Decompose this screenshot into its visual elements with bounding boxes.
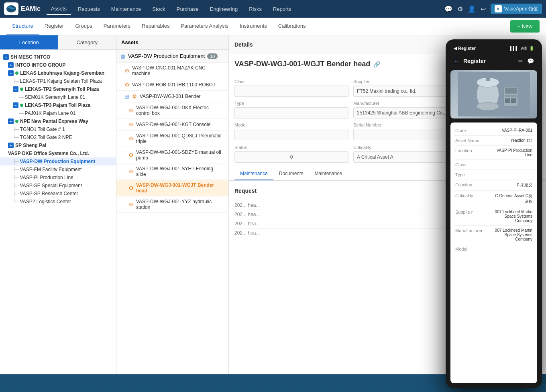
tree-item-lekas[interactable]: − LEKAS Lebuhraya Kajang-Seremban	[0, 69, 116, 77]
mobile-image-inner	[450, 70, 537, 118]
tab-repairables[interactable]: Repairables	[136, 18, 175, 35]
connector: ├─	[13, 167, 19, 172]
connector: ├─	[13, 159, 19, 164]
nav-requests[interactable]: Requests	[73, 4, 105, 14]
asset-group-header[interactable]: ▤ VASP-DW Production Equipment 10	[116, 50, 228, 63]
tree-item-vasp2[interactable]: └─ VASP2 Logistics Center	[0, 198, 116, 206]
mobile-back-btn[interactable]: ◀ Register	[454, 46, 476, 51]
sub-tab-documents[interactable]: Documents	[273, 167, 309, 180]
asset-title-text: VASP-DW-WGJ-001-WGJT Bender head	[234, 60, 370, 68]
asset-row-syht[interactable]: ⚙ VASP-DW-WGJ-001-SYHT Feeding slide	[116, 163, 228, 180]
request-title: Request	[234, 188, 257, 194]
sub-tab-maintenance[interactable]: Maintenance	[234, 167, 273, 180]
asset-row-yyz[interactable]: ⚙ VASP-DW-WGJ-001-YYZ hydraulic station	[116, 196, 228, 213]
asset-row-sdzyb[interactable]: ⚙ VASP-DW-WGJ-001-SDZYB manual oil pump	[116, 147, 228, 163]
asset-name: VASP-DW-WGJ-001-KGT Console	[136, 122, 210, 127]
tab-parameters-analysis[interactable]: Parameters Analysis	[175, 18, 234, 35]
model-value	[234, 129, 348, 140]
status-dot	[15, 120, 18, 123]
connector: ├─	[13, 183, 19, 188]
tab-instruments[interactable]: Instruments	[234, 18, 273, 35]
tree-item-vasp-fm[interactable]: ├─ VASP-FM Facility Equipment	[0, 165, 116, 174]
asset-row-rob[interactable]: ⚙ VASP-DW-ROB-001 IRB 1100 ROBOT	[116, 79, 228, 91]
gear-icon: ⚙	[132, 93, 137, 100]
expand-icon: −	[3, 54, 9, 60]
tree-item-tgno2[interactable]: └─ TGNO2 Toll Gate 2 NPE	[0, 133, 116, 141]
mobile-class-label: Class	[455, 162, 494, 167]
nav-stock[interactable]: Stock	[147, 4, 170, 14]
mobile-edit-icon[interactable]: ✏	[518, 58, 523, 64]
connector: ├─	[13, 191, 19, 196]
gear-icon: ⚙	[128, 168, 134, 175]
mobile-class-row: Class	[454, 160, 534, 170]
nav-purchase[interactable]: Purchase	[172, 4, 204, 14]
tree-item-tgno1[interactable]: ├─ TGNO1 Toll Gate # 1	[0, 125, 116, 133]
asset-row-wgjt[interactable]: ⚙ VASP-DW-WGJ-001-WGJT Bender head	[116, 180, 228, 196]
model-field: Model	[234, 122, 348, 140]
tab-groups[interactable]: Groups	[69, 18, 98, 35]
model-label: Model	[234, 122, 348, 127]
mobile-chat-icon[interactable]: 💬	[527, 58, 534, 64]
connector: └─	[18, 111, 24, 116]
asset-row-cnc[interactable]: ⚙ VASP-DW-CNC-001 MAZAK CNC machine	[116, 63, 228, 79]
tab-structure[interactable]: Structure	[6, 18, 39, 35]
tree-item-vasp-sp[interactable]: ├─ VASP-SP Research Center	[0, 190, 116, 198]
nav-maintenance[interactable]: Maintenance	[106, 4, 146, 14]
asset-list: ▤ VASP-DW Production Equipment 10 ⚙ VASP…	[116, 50, 228, 374]
top-navigation: EAMic Assets Requests Maintenance Stock …	[0, 0, 546, 18]
mobile-code-label: Code	[455, 128, 494, 133]
tree-item-tp1[interactable]: ├─ LEKAS-TP1 Kajang Selatan Toll Plaza	[0, 77, 116, 85]
tree-item-sem01k[interactable]: └─ SEM01K Semenyih Lane 01	[0, 93, 116, 101]
mobile-supplier-row: Supplie r 007 Lockheed Martin Space Syst…	[454, 207, 534, 226]
new-button[interactable]: + New	[510, 20, 540, 33]
external-link-icon[interactable]: 🔗	[373, 61, 380, 67]
svg-rect-14	[486, 76, 490, 81]
tree-item-sp[interactable]: + SP Sheng Pai	[0, 141, 116, 149]
nav-risks[interactable]: Risks	[244, 4, 267, 14]
tree-item-npe[interactable]: − NPE New Pantai Express Way	[0, 117, 116, 125]
tree-item-vasp-pi[interactable]: ├─ VASP-PI Production Line	[0, 174, 116, 182]
mobile-type-row: Type	[454, 170, 534, 180]
nav-reports[interactable]: Reports	[268, 4, 296, 14]
chat-icon[interactable]: 💬	[444, 5, 452, 13]
mobile-function-value: 0 未定义	[494, 182, 532, 188]
logout-icon[interactable]: ↩	[481, 5, 486, 13]
nav-assets[interactable]: Assets	[46, 3, 71, 15]
user-icon[interactable]: 👤	[468, 5, 476, 13]
asset-row-kgt[interactable]: ⚙ VASP-DW-WGJ-001-KGT Console	[116, 119, 228, 131]
tree-label: NPE New Pantai Express Way	[20, 118, 88, 124]
asset-row-wgj[interactable]: ▤ ⚙ VASP-DW-WGJ-001 Bender	[116, 91, 228, 102]
asset-name: VASP-DW-WGJ-001 Bender	[140, 94, 201, 99]
tab-register[interactable]: Register	[39, 18, 69, 35]
mobile-class-value	[494, 162, 532, 167]
tree-item-intco[interactable]: + INTCO INTCO GROUP	[0, 61, 116, 69]
mobile-asset-name-value: reaction still	[494, 138, 532, 143]
tab-parameters[interactable]: Parameters	[98, 18, 136, 35]
details-title: Details	[234, 41, 253, 48]
type-value	[234, 107, 348, 118]
tree-item-tp3[interactable]: − LEKAS-TP3 Pajam Toll Plaza	[0, 101, 116, 109]
connector: └─	[18, 95, 24, 100]
tab-category[interactable]: Category	[58, 35, 116, 49]
asset-name: VASP-DW-WGJ-001-YYZ hydraulic station	[136, 199, 224, 210]
asset-row-dkx[interactable]: ⚙ VASP-DW-WGJ-001-DKX Electric control b…	[116, 102, 228, 119]
tab-calibrations[interactable]: Calibrations	[273, 18, 312, 35]
tree-item-vasp-dke[interactable]: VASP DKE Office Systems Co., Ltd.	[0, 149, 116, 157]
tree-item-paj01k[interactable]: └─ PAJ01K Pajam Lane 01	[0, 109, 116, 117]
settings-icon[interactable]: ⚙	[457, 5, 463, 13]
asset-row-qdslj[interactable]: ⚙ VASP-DW-WGJ-001-QDSLJ Pneumatic triple	[116, 131, 228, 147]
mobile-criticality-label: Criticality	[455, 193, 494, 204]
tree-item-sh-mesc[interactable]: − SH MESC TNTCO	[0, 53, 116, 61]
sub-tab-maintenance2[interactable]: Maintenance	[309, 167, 348, 180]
mobile-back-arrow[interactable]: ←	[454, 57, 460, 65]
asset-name: VASP-DW-WGJ-001-SYHT Feeding slide	[136, 166, 224, 177]
mobile-model-label: Model	[455, 247, 494, 251]
tree-item-tp2[interactable]: − LEKAS-TP2 Semenyih Toll Plaza	[0, 85, 116, 93]
tree-item-vasp-dw[interactable]: ├─ VASP-DW Production Equipment	[0, 157, 116, 165]
mobile-supplier-value: 007 Lockheed Martin Space Systems Compan…	[494, 210, 532, 223]
gear-icon: ⚙	[128, 201, 134, 208]
tab-location[interactable]: Location	[0, 35, 58, 49]
nav-engineering[interactable]: Engineering	[205, 4, 242, 14]
expand-icon: −	[8, 118, 14, 124]
tree-item-vasp-se[interactable]: ├─ VASP-SE Special Equipment	[0, 182, 116, 190]
